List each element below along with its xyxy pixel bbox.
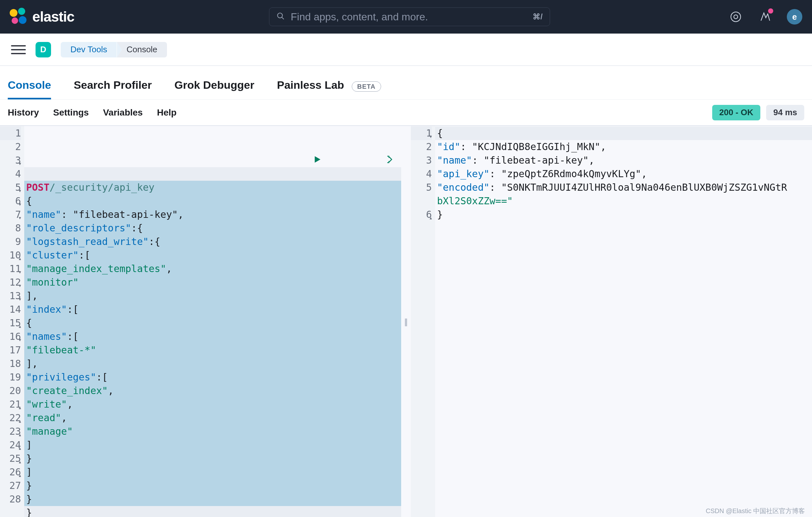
toolbar-status: 200 - OK 94 ms: [712, 105, 804, 120]
header-actions: e: [729, 9, 802, 25]
beta-badge: BETA: [352, 81, 381, 92]
nav-menu-button[interactable]: [11, 42, 26, 57]
response-viewer[interactable]: { "id": "KCJNdIQB8eIGGIhj_MkN", "name": …: [435, 126, 812, 517]
user-avatar[interactable]: e: [787, 9, 802, 25]
search-shortcut: ⌘/: [532, 12, 543, 21]
response-pane[interactable]: 1▾2345 6▴ { "id": "KCJNdIQB8eIGGIhj_MkN"…: [411, 126, 812, 517]
app-badge[interactable]: D: [35, 42, 51, 57]
tab-console[interactable]: Console: [8, 79, 51, 99]
tab-painless-label: Painless Lab: [277, 79, 344, 91]
svg-line-1: [282, 17, 284, 19]
svg-point-0: [278, 13, 282, 18]
global-header: elastic Find apps, content, and more. ⌘/…: [0, 0, 812, 34]
svg-point-2: [731, 12, 741, 22]
newsfeed-icon[interactable]: [758, 10, 772, 24]
console-toolbar: History Settings Variables Help 200 - OK…: [0, 100, 812, 125]
global-search[interactable]: Find apps, content, and more. ⌘/: [269, 7, 550, 26]
request-editor[interactable]: POST /_security/api_key{ "name": "filebe…: [24, 126, 401, 517]
request-action-icons: [254, 141, 395, 181]
svg-marker-4: [315, 156, 321, 163]
devtools-tabs-area: Console Search Profiler Grok Debugger Pa…: [0, 66, 812, 100]
breadcrumb: Dev Tools Console: [61, 42, 167, 57]
settings-link[interactable]: Settings: [53, 108, 88, 118]
console-editor-area: 123▾45▾6▾7▾8910▴11▾12▾13▾1415▴16▾1718192…: [0, 125, 812, 517]
svg-point-3: [734, 15, 738, 19]
brand-logo[interactable]: elastic: [10, 8, 90, 26]
run-request-icon[interactable]: [254, 141, 322, 181]
elastic-logo-icon: [10, 8, 28, 26]
toolbar-links: History Settings Variables Help: [8, 108, 177, 118]
response-line-gutter: 1▾2345 6▴: [411, 126, 435, 517]
request-options-icon[interactable]: [327, 141, 395, 181]
devtools-tabs: Console Search Profiler Grok Debugger Pa…: [8, 79, 804, 99]
pane-splitter[interactable]: ‖: [401, 126, 411, 517]
breadcrumb-bar: D Dev Tools Console: [0, 34, 812, 66]
tab-painless-lab[interactable]: Painless Lab BETA: [277, 79, 381, 98]
request-line-gutter: 123▾45▾6▾7▾8910▴11▾12▾13▾1415▴16▾1718192…: [0, 126, 24, 517]
breadcrumb-console: Console: [117, 42, 167, 57]
help-icon[interactable]: [729, 10, 743, 24]
search-placeholder: Find apps, content, and more.: [291, 11, 527, 23]
brand-name: elastic: [32, 9, 74, 25]
variables-link[interactable]: Variables: [103, 108, 143, 118]
help-link[interactable]: Help: [157, 108, 177, 118]
notification-dot: [768, 8, 773, 13]
latency-badge: 94 ms: [766, 105, 804, 120]
global-search-wrap: Find apps, content, and more. ⌘/: [90, 7, 729, 26]
tab-grok-debugger[interactable]: Grok Debugger: [174, 79, 254, 98]
tab-search-profiler[interactable]: Search Profiler: [74, 79, 152, 98]
watermark-text: CSDN @Elastic 中国社区官方博客: [706, 507, 805, 515]
status-badge: 200 - OK: [712, 105, 761, 120]
search-icon: [277, 12, 285, 22]
request-pane[interactable]: 123▾45▾6▾7▾8910▴11▾12▾13▾1415▴16▾1718192…: [0, 126, 401, 517]
history-link[interactable]: History: [8, 108, 39, 118]
breadcrumb-devtools[interactable]: Dev Tools: [61, 42, 117, 57]
